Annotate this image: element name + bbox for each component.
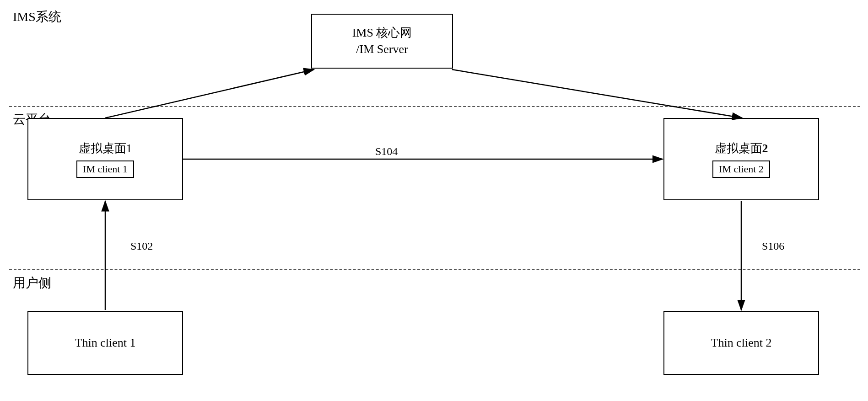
im-client-1-label: IM client 1 <box>83 163 128 175</box>
step-s106-label: S106 <box>762 240 784 252</box>
thin-client-2-box: Thin client 2 <box>663 311 819 375</box>
ims-server-label: IMS 核心网 /IM Server <box>352 25 412 58</box>
separator-line-1 <box>9 106 860 107</box>
zone-ims-label: IMS系统 <box>13 8 61 26</box>
im-client-1-box: IM client 1 <box>76 160 134 178</box>
arrow-vd1-to-ims <box>105 70 314 118</box>
thin-client-1-box: Thin client 1 <box>27 311 183 375</box>
arrow-ims-to-vd2 <box>452 70 742 118</box>
virtual-desktop-2-label: 虚拟桌面2 <box>715 140 768 157</box>
thin-client-2-label: Thin client 2 <box>711 335 772 351</box>
virtual-desktop-2-box: 虚拟桌面2 IM client 2 <box>663 118 819 200</box>
thin-client-1-label: Thin client 1 <box>75 335 136 351</box>
step-s104-label: S104 <box>375 145 398 158</box>
diagram-container: IMS系统 云平台 用户侧 IMS 核心网 /IM Server 虚拟桌面1 I… <box>0 0 868 401</box>
virtual-desktop-1-box: 虚拟桌面1 IM client 1 <box>27 118 183 200</box>
ims-server-box: IMS 核心网 /IM Server <box>311 14 453 69</box>
step-s102-label: S102 <box>130 240 153 252</box>
im-client-2-box: IM client 2 <box>712 160 770 178</box>
im-client-2-label: IM client 2 <box>719 163 764 175</box>
separator-line-2 <box>9 269 860 270</box>
zone-user-label: 用户侧 <box>13 274 51 292</box>
virtual-desktop-1-label: 虚拟桌面1 <box>79 140 132 157</box>
